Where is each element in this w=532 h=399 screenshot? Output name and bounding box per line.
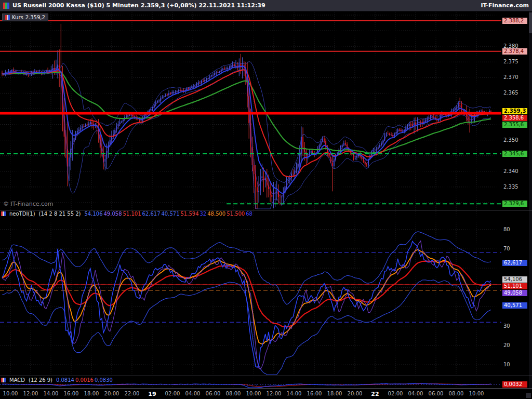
neotdi-axis-tick: 10 <box>503 362 510 368</box>
time-axis-label: 16:00 <box>305 391 323 396</box>
price-axis-badge[interactable]: 2.378,4 <box>502 48 527 55</box>
instrument-price: 2.359,2 <box>25 15 45 20</box>
instrument-legend[interactable]: Kurs 2.359,2 <box>2 14 48 21</box>
price-axis-badge[interactable]: 2.355,6 <box>502 122 527 128</box>
time-axis-label: 16:00 <box>62 391 80 396</box>
candlestick-icon <box>5 15 10 20</box>
time-axis-label: 20:00 <box>103 391 121 396</box>
indicator-value: 51,101 <box>123 211 141 217</box>
vertical-scrollbar[interactable] <box>529 11 532 389</box>
indicator-value: 54,106 <box>85 211 103 217</box>
indicator-params: (12 26 9) <box>29 377 52 383</box>
instrument-name: Kurs <box>12 15 23 20</box>
indicator-values: 54,10649,05851,10162,61740,57151,5943248… <box>85 211 254 217</box>
panel-divider[interactable] <box>0 388 532 389</box>
resize-handle[interactable] <box>526 393 531 398</box>
price-axis-tick: 2.370 <box>503 74 518 81</box>
indicator-value: 32 <box>200 211 207 217</box>
scrollbar-thumb[interactable] <box>529 12 532 33</box>
indicator-value: 62,617 <box>142 211 161 217</box>
indicator-icon <box>1 378 6 382</box>
chart-canvas[interactable] <box>0 0 532 399</box>
time-axis-label: 22:00 <box>123 391 141 396</box>
neotdi-axis-tick: 30 <box>503 323 510 329</box>
indicator-value: 0,0016 <box>75 377 94 383</box>
price-axis-badge[interactable]: 2.329,6 <box>502 201 527 207</box>
indicator-value: 40,571 <box>162 211 180 217</box>
time-axis-label: 18:00 <box>326 391 343 396</box>
neotdi-axis-tick: 80 <box>503 227 510 233</box>
neotdi-axis-badge[interactable]: 40,571 <box>502 302 527 309</box>
neotdi-axis-badge[interactable]: 62,617 <box>502 260 527 266</box>
title-bar: US Russell 2000 Kassa ($10) 5 Minuten 2.… <box>0 0 532 11</box>
price-axis-tick: 2.350 <box>503 137 518 143</box>
time-axis-label: 10:00 <box>2 391 19 396</box>
time-axis-label: 20:00 <box>346 391 364 396</box>
indicator-value: 48,500 <box>207 211 225 217</box>
price-axis-badge[interactable]: 2.345,6 <box>502 151 527 157</box>
neotdi-chart <box>0 232 501 375</box>
indicator-values: 0,08140,00160,0830 <box>56 377 114 383</box>
neotdi-header[interactable]: neoTDI(1) (14 2 8 21 55 2) 54,10649,0585… <box>1 211 255 217</box>
time-axis-label: 14:00 <box>285 391 303 396</box>
time-axis-label: 12:00 <box>22 391 39 396</box>
grid <box>0 12 501 388</box>
neotdi-axis-badge[interactable]: 54,106 <box>502 276 527 283</box>
time-axis-label: 18:00 <box>83 391 100 396</box>
macd-header[interactable]: MACD (12 26 9) 0,08140,00160,0830 <box>1 377 115 383</box>
chart-title: US Russell 2000 Kassa ($10) 5 Minuten 2.… <box>12 2 265 9</box>
price-axis-tick: 2.340 <box>503 168 518 175</box>
neotdi-axis-badge[interactable]: 51,101 <box>502 283 527 289</box>
macd-chart <box>0 383 501 388</box>
indicator-value: 51,594 <box>181 211 199 217</box>
time-axis-label: 10:00 <box>245 391 262 396</box>
indicator-value: 49,058 <box>104 211 122 217</box>
time-axis-label: 08:00 <box>224 391 242 396</box>
chart-application: US Russell 2000 Kassa ($10) 5 Minuten 2.… <box>0 0 532 399</box>
neotdi-axis-badge[interactable]: 49,058 <box>502 290 527 296</box>
panel-divider[interactable] <box>0 210 532 210</box>
indicator-name: MACD <box>9 377 25 383</box>
time-axis-label: 08:00 <box>447 391 465 396</box>
price-axis-badge[interactable]: 2.358,6 <box>502 115 527 121</box>
time-axis-label: 06:00 <box>204 391 222 396</box>
indicator-value: 0,0814 <box>56 377 74 383</box>
neotdi-axis-tick: 20 <box>503 342 510 349</box>
time-axis-label: 14:00 <box>42 391 60 396</box>
time-axis-label: 04:00 <box>184 391 202 396</box>
price-axis-tick: 2.375 <box>503 59 518 65</box>
time-axis-label: 22 <box>366 391 384 397</box>
price-axis-badge[interactable]: 2.359,3 <box>502 108 527 114</box>
brand-link[interactable]: IT-Finance.com <box>481 2 529 9</box>
macd-axis-badge[interactable]: 0,0032 <box>502 381 527 388</box>
indicator-icon <box>1 211 6 216</box>
indicator-name: neoTDI(1) <box>9 211 35 217</box>
time-axis-label: 04:00 <box>407 391 424 396</box>
app-icon <box>3 3 9 9</box>
price-axis-badge[interactable]: 2.388,2 <box>502 18 527 24</box>
time-axis-label: 19 <box>143 391 161 397</box>
indicator-value: 51,500 <box>227 211 245 217</box>
price-chart <box>0 21 501 209</box>
price-axis-tick: 2.365 <box>503 90 518 96</box>
indicator-params: (14 2 8 21 55 2) <box>39 211 81 217</box>
neotdi-axis-tick: 70 <box>503 246 510 252</box>
indicator-value: 0,0830 <box>95 377 113 383</box>
price-axis-tick: 2.335 <box>503 184 518 190</box>
indicator-value: 68 <box>246 211 252 217</box>
time-axis-label: 12:00 <box>265 391 283 396</box>
time-axis-label: 10:00 <box>468 391 485 396</box>
time-axis-label: 02:00 <box>164 391 181 396</box>
time-axis-label: 06:00 <box>427 391 445 396</box>
time-axis-label: 02:00 <box>387 391 404 396</box>
panel-divider[interactable] <box>0 376 532 376</box>
watermark: © IT-Finance.com <box>3 201 54 207</box>
